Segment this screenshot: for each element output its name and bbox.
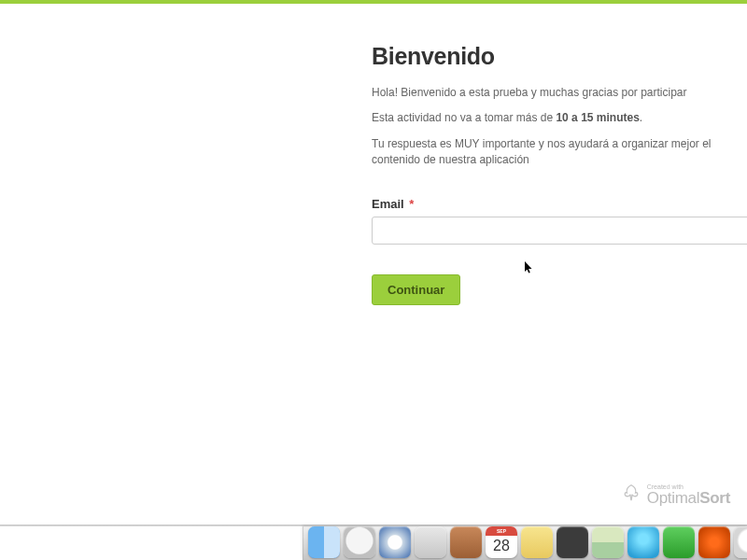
brand-part1: Optimal [647,489,699,507]
continue-button[interactable]: Continuar [372,274,460,305]
finder-icon[interactable] [308,526,340,558]
intro-line-1: Hola! Bienvenido a esta prueba y muchas … [372,85,747,101]
itunes-icon[interactable] [734,526,747,558]
email-label: Email [372,197,404,211]
photobooth-icon[interactable] [698,526,730,558]
facetime-icon[interactable] [663,526,695,558]
calendar-month: SEP [486,526,517,536]
brand-part2: Sort [699,489,730,507]
maps-icon[interactable] [592,526,624,558]
intro-line-3: Tu respuesta es MUY importante y nos ayu… [372,136,747,169]
launchpad-icon[interactable] [344,526,375,558]
brand-name: OptimalSort [647,489,730,507]
dock-icons-row: SEP 28 1 [308,526,747,558]
intro-line-2: Esta actividad no va a tomar más de 10 a… [372,110,747,126]
mail-icon[interactable] [415,526,446,558]
contacts-icon[interactable] [450,526,482,558]
required-indicator: * [409,197,414,211]
safari-icon[interactable] [379,526,411,558]
welcome-form-region: Bienvenido Hola! Bienvenido a esta prueb… [0,4,747,305]
footer-text: Created with OptimalSort [647,483,730,508]
calendar-day: 28 [493,538,510,554]
calendar-icon[interactable]: SEP 28 [486,526,517,558]
oak-leaf-icon [621,483,641,508]
macos-dock: SEP 28 1 [0,517,747,560]
email-field[interactable] [372,217,747,245]
footer-attribution[interactable]: Created with OptimalSort [621,483,730,508]
messages-icon[interactable] [627,526,659,558]
intro-line-2-post: . [640,111,642,124]
notes-icon[interactable] [521,526,553,558]
intro-line-2-bold: 10 a 15 minutes [556,111,639,124]
page-title: Bienvenido [372,43,747,70]
intro-line-2-pre: Esta actividad no va a tomar más de [372,111,556,124]
reminders-icon[interactable] [557,526,588,558]
email-label-row: Email * [372,197,747,211]
